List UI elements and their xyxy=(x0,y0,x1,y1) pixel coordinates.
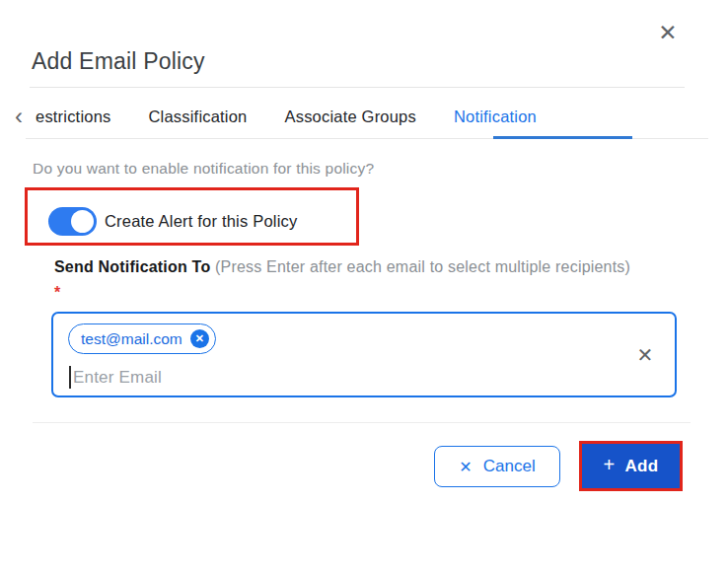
tab-notification[interactable]: Notification xyxy=(454,108,537,126)
email-chip-text: test@mail.com xyxy=(81,330,182,348)
title-divider xyxy=(30,87,685,88)
chip-remove-icon[interactable]: ✕ xyxy=(190,329,209,348)
send-notification-to-hint: (Press Enter after each email to select … xyxy=(210,258,630,275)
toggle-knob xyxy=(71,210,94,233)
close-icon[interactable]: ✕ xyxy=(653,18,683,47)
tab-restrictions[interactable]: estrictions xyxy=(36,108,110,126)
tab-associate-groups[interactable]: Associate Groups xyxy=(285,108,416,126)
cancel-x-icon: ✕ xyxy=(459,458,472,476)
add-email-policy-dialog: ✕ Add Email Policy ‹ estrictions Classif… xyxy=(0,0,728,575)
enable-notification-question: Do you want to enable notification for t… xyxy=(33,160,374,178)
tab-classification[interactable]: Classification xyxy=(148,108,247,126)
email-entry-line[interactable]: Enter Email xyxy=(69,366,162,389)
cancel-button[interactable]: ✕ Cancel xyxy=(434,446,560,487)
create-alert-toggle-label: Create Alert for this Policy xyxy=(105,212,297,231)
add-plus-icon: + xyxy=(604,454,616,476)
cancel-button-label: Cancel xyxy=(483,457,536,476)
send-notification-to-label: Send Notification To (Press Enter after … xyxy=(54,254,631,306)
email-chip: test@mail.com ✕ xyxy=(68,323,216,354)
footer-divider xyxy=(33,422,691,423)
add-button-label: Add xyxy=(625,457,659,476)
annotation-highlight-add: + Add xyxy=(579,441,683,491)
tab-bar: estrictions Classification Associate Gro… xyxy=(36,108,537,126)
required-asterisk: * xyxy=(54,284,60,301)
tabs-scroll-left-icon[interactable]: ‹ xyxy=(15,106,33,129)
send-notification-to-label-bold: Send Notification To xyxy=(54,258,210,275)
email-input[interactable]: test@mail.com ✕ Enter Email ✕ xyxy=(51,312,677,397)
email-input-placeholder: Enter Email xyxy=(73,368,162,388)
dialog-title: Add Email Policy xyxy=(32,48,205,75)
add-button[interactable]: + Add xyxy=(582,444,680,488)
text-cursor xyxy=(69,366,71,389)
create-alert-toggle[interactable] xyxy=(48,207,97,236)
clear-input-icon[interactable]: ✕ xyxy=(633,343,657,367)
active-tab-underline xyxy=(493,136,632,139)
